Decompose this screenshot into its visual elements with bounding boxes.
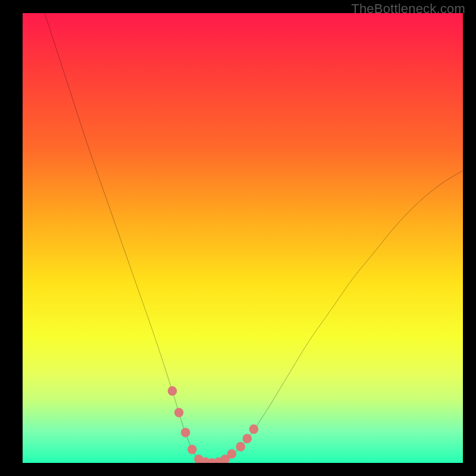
highlight-dot xyxy=(227,449,237,459)
bottleneck-curve-svg xyxy=(23,13,463,463)
highlight-dot xyxy=(168,386,177,396)
highlight-dots-right xyxy=(236,424,259,451)
highlight-dots-main xyxy=(168,386,236,463)
highlight-dot xyxy=(174,408,184,417)
highlight-dot xyxy=(187,444,197,454)
bottleneck-curve-path xyxy=(45,13,463,463)
highlight-dot xyxy=(181,428,190,437)
highlight-dot xyxy=(243,434,252,443)
highlight-dot xyxy=(236,442,246,452)
highlight-dot xyxy=(249,424,259,434)
chart-stage: TheBottleneck.com xyxy=(0,0,476,476)
